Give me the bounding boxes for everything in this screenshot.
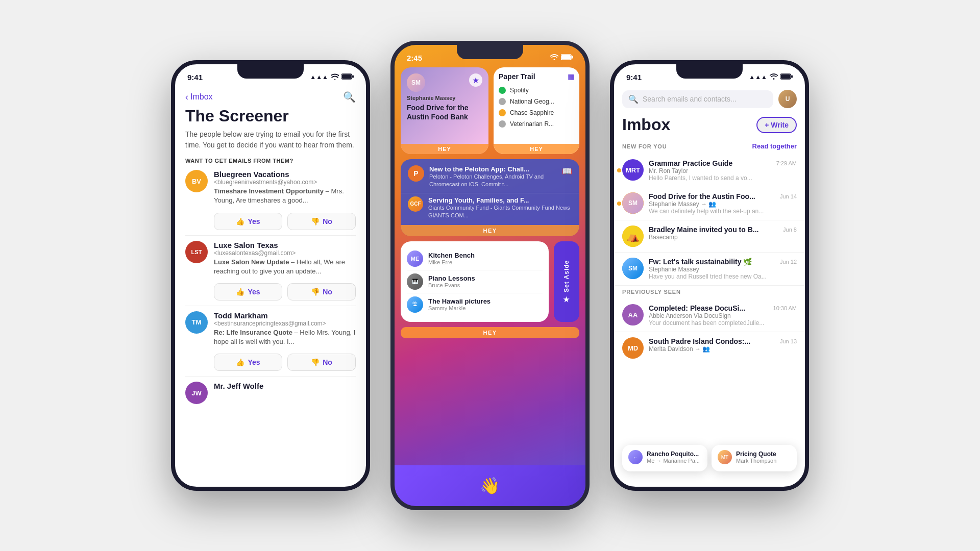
pt-item-2: National Geog... — [499, 96, 574, 107]
notif-card-pricing[interactable]: MT Pricing Quote Mark Thompson — [712, 445, 797, 471]
screener-info-4: Mr. Jeff Wolfe — [214, 382, 356, 390]
peloton-text: New to the Peloton App: Chall... Peloton… — [429, 165, 557, 189]
email-sender-food: Stephanie Massey → 👥 — [649, 201, 775, 208]
email-sender-sustainability: Stephanie Massey — [649, 266, 775, 273]
email-avatar-sm: SM — [622, 192, 644, 214]
sa-texts-2: Piano Lessons Bruce Evans — [428, 274, 543, 288]
signal-icon-right: ▲▲▲ — [749, 73, 767, 81]
battery-icon-right — [780, 73, 793, 81]
email-item-southpadre[interactable]: MD South Padre Island Condos:... Merita … — [614, 332, 805, 364]
no-button-1[interactable]: 👎 No — [287, 213, 356, 230]
email-subject-southpadre: South Padre Island Condos:... — [649, 337, 775, 345]
set-aside-list: ME Kitchen Bench Mike Erre 🎹 Piano Lesso… — [401, 241, 549, 322]
set-aside-item-1: ME Kitchen Bench Mike Erre — [407, 247, 543, 270]
sa-name-2: Bruce Evans — [428, 282, 543, 288]
yes-button-2[interactable]: 👍 Yes — [214, 283, 282, 300]
widget-paper-trail[interactable]: Paper Trail ▦ Spotify National Geog... C… — [494, 67, 579, 154]
back-chevron-icon: ‹ — [185, 92, 188, 103]
sender-name-3: Todd Markham — [214, 311, 356, 320]
set-aside-button[interactable]: ★ Set Aside — [554, 241, 579, 322]
search-icon[interactable]: 🔍 — [343, 91, 356, 103]
status-icons-middle — [550, 54, 573, 62]
wifi-icon-left — [331, 73, 339, 81]
email-time-food: Jun 14 — [780, 193, 797, 199]
screener-info-1: Bluegreen Vacations <bluegreeninvestment… — [214, 170, 356, 205]
hey-label-set-aside: HEY — [401, 327, 579, 338]
email-subject-food: Food Drive for the Austin Foo... — [649, 192, 775, 201]
no-button-3[interactable]: 👎 No — [287, 354, 356, 371]
svg-rect-8 — [791, 75, 793, 78]
widget-peloton-gcf[interactable]: P New to the Peloton App: Chall... Pelot… — [401, 159, 579, 236]
sender-preview-2: Luxe Salon New Update – Hello all, We ar… — [214, 258, 356, 276]
svg-rect-7 — [781, 74, 790, 79]
screener-info-2: Luxe Salon Texas <luxesalontexas@gmail.c… — [214, 241, 356, 276]
pt-dot-1 — [499, 87, 506, 94]
notch-middle — [457, 45, 523, 59]
unread-dot-grammar — [617, 168, 621, 172]
yes-button-3[interactable]: 👍 Yes — [214, 354, 282, 371]
divider-3 — [185, 376, 356, 377]
gcf-sub: Giants Community Fund - Giants Community… — [428, 204, 572, 220]
notif-top-pricing: MT Pricing Quote Mark Thompson — [718, 450, 791, 464]
hey-label-peloton: HEY — [401, 225, 579, 236]
write-button[interactable]: + Write — [756, 117, 797, 133]
sender-email-1: <bluegreeninvestments@yahoo.com> — [214, 179, 356, 186]
email-time-southpadre: Jun 13 — [780, 338, 797, 344]
email-subject-sustainability: Fw: Let's talk sustainability 🌿 — [649, 258, 775, 266]
search-input-wrap[interactable]: 🔍 Search emails and contacts... — [622, 90, 773, 108]
email-sender-southpadre: Merita Davidson → 👥 — [649, 345, 775, 353]
signal-icon-left: ▲▲▲ — [310, 73, 328, 81]
email-subject-basecamp: Bradley Maine invited you to B... — [649, 226, 778, 234]
sa-subject-3: The Hawaii pictures — [428, 297, 543, 305]
search-bar: 🔍 Search emails and contacts... U — [614, 87, 805, 113]
screener-description: The people below are trying to email you… — [185, 129, 356, 151]
wave-section[interactable]: 👋 — [395, 465, 585, 506]
imbox-header: Imbox + Write — [614, 113, 805, 139]
widget-row-top: SM ★ Stephanie Massey Food Drive for the… — [401, 67, 579, 154]
user-avatar[interactable]: U — [778, 90, 797, 108]
back-button[interactable]: ‹ Imbox — [185, 92, 213, 103]
email-item-sustainability[interactable]: SM Fw: Let's talk sustainability 🌿 Steph… — [614, 253, 805, 286]
email-item-basecamp[interactable]: ⛺ Bradley Maine invited you to B... Base… — [614, 220, 805, 253]
wifi-icon-middle — [550, 54, 558, 62]
email-time-sustainability: Jun 12 — [780, 259, 797, 265]
email-item-food[interactable]: SM Food Drive for the Austin Foo... Step… — [614, 187, 805, 220]
imbox-title: Imbox — [622, 115, 670, 134]
email-body-southpadre: South Padre Island Condos:... Merita Dav… — [649, 337, 775, 353]
email-body-sustainability: Fw: Let's talk sustainability 🌿 Stephani… — [649, 258, 775, 280]
svg-rect-4 — [561, 55, 571, 59]
screener-actions-1: 👍 Yes 👎 No — [214, 213, 356, 230]
email-preview-grammar: Hello Parents, I wanted to send a vo... — [649, 174, 771, 182]
sender-name-4: Mr. Jeff Wolfe — [214, 382, 356, 390]
gcf-text: Serving Youth, Families, and F... Giants… — [428, 196, 572, 220]
yes-button-1[interactable]: 👍 Yes — [214, 213, 282, 230]
time-left: 9:41 — [187, 73, 203, 82]
notif-sub-rancho: Me → Marianne Pa... — [647, 458, 700, 464]
book-icon: 📖 — [562, 166, 572, 176]
avatar-jw: JW — [185, 382, 208, 404]
stephanie-subject: Food Drive for the Austin Food Bank — [407, 103, 482, 121]
screener-item-3: TM Todd Markham <bestinsurancepricingtex… — [185, 311, 356, 346]
sender-name-2: Luxe Salon Texas — [214, 241, 356, 249]
hey-label-paper-trail: HEY — [494, 144, 579, 154]
email-item-grammar[interactable]: MRT Grammar Practice Guide Mr. Ron Taylo… — [614, 154, 805, 187]
sa-avatar-1: ME — [407, 251, 423, 267]
notif-card-rancho[interactable]: ← Rancho Poquito... Me → Marianne Pa... — [622, 445, 707, 471]
screener-item-4: JW Mr. Jeff Wolfe — [185, 382, 356, 404]
email-preview-sustainability: Have you and Russell tried these new Oa.… — [649, 273, 775, 280]
gcf-avatar: GCF — [408, 196, 423, 212]
notif-sub-pricing: Mark Thompson — [736, 458, 776, 464]
battery-icon-middle — [561, 54, 573, 62]
read-together-link[interactable]: Read together — [752, 142, 797, 150]
stephanie-avatar: SM — [407, 73, 425, 92]
email-subject-docusign: Completed: Please DocuSi... — [649, 304, 768, 312]
email-item-docusign[interactable]: AA Completed: Please DocuSi... Abbie And… — [614, 299, 805, 332]
screener-actions-2: 👍 Yes 👎 No — [214, 283, 356, 300]
sender-preview-1: Timeshare Investment Opportunity – Mrs. … — [214, 187, 356, 205]
no-button-2[interactable]: 👎 No — [287, 283, 356, 300]
gcf-item: GCF Serving Youth, Families, and F... Gi… — [401, 193, 579, 225]
email-avatar-sm2: SM — [622, 258, 644, 279]
star-icon: ★ — [469, 73, 482, 87]
peloton-item: P New to the Peloton App: Chall... Pelot… — [401, 159, 579, 193]
widget-stephanie[interactable]: SM ★ Stephanie Massey Food Drive for the… — [401, 67, 488, 154]
